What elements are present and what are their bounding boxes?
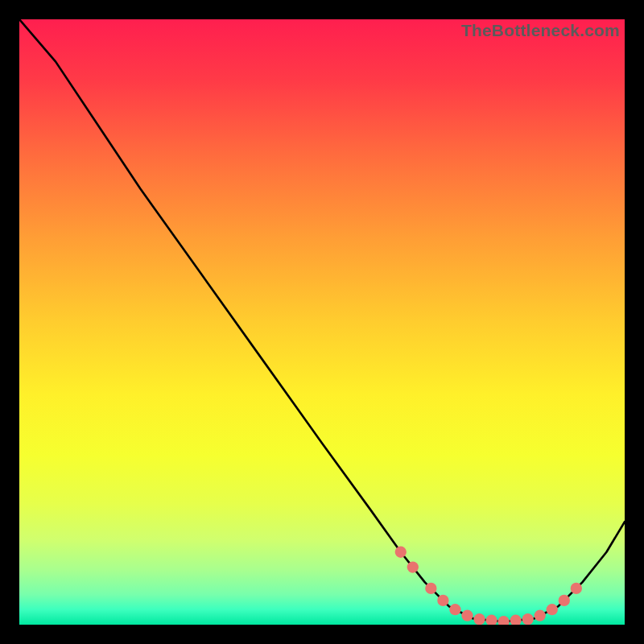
plot-area: TheBottleneck.com: [19, 19, 625, 625]
curve-marker: [510, 615, 521, 625]
curve-marker: [449, 604, 460, 615]
curve-marker: [425, 583, 436, 594]
curve-marker: [559, 595, 570, 606]
curve-marker: [407, 561, 419, 572]
curve-marker: [395, 547, 407, 558]
curve-marker: [547, 604, 558, 615]
curve-marker: [571, 583, 582, 594]
curve-marker: [461, 610, 473, 621]
curve-marker: [522, 613, 534, 625]
watermark-text: TheBottleneck.com: [461, 21, 620, 40]
curve-markers: [395, 547, 582, 625]
plot-overlay: [19, 19, 625, 625]
curve-marker: [437, 595, 448, 606]
curve-marker: [473, 613, 485, 625]
curve-marker: [485, 615, 497, 625]
chart-stage: TheBottleneck.com: [0, 0, 644, 644]
curve-marker: [535, 610, 546, 621]
curve-marker: [497, 616, 509, 625]
bottleneck-curve: [19, 19, 625, 621]
